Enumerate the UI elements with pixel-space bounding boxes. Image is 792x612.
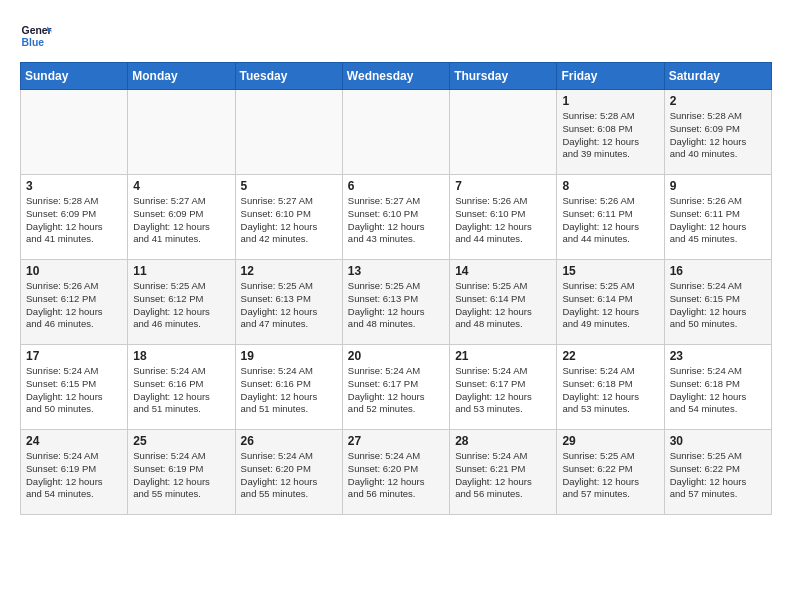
day-cell: 15Sunrise: 5:25 AM Sunset: 6:14 PM Dayli… [557,260,664,345]
day-number: 10 [26,264,122,278]
day-number: 27 [348,434,444,448]
day-info: Sunrise: 5:25 AM Sunset: 6:13 PM Dayligh… [348,280,444,331]
day-info: Sunrise: 5:25 AM Sunset: 6:12 PM Dayligh… [133,280,229,331]
day-cell: 13Sunrise: 5:25 AM Sunset: 6:13 PM Dayli… [342,260,449,345]
day-info: Sunrise: 5:24 AM Sunset: 6:20 PM Dayligh… [241,450,337,501]
day-info: Sunrise: 5:28 AM Sunset: 6:08 PM Dayligh… [562,110,658,161]
day-cell: 2Sunrise: 5:28 AM Sunset: 6:09 PM Daylig… [664,90,771,175]
day-info: Sunrise: 5:24 AM Sunset: 6:17 PM Dayligh… [348,365,444,416]
day-info: Sunrise: 5:26 AM Sunset: 6:11 PM Dayligh… [562,195,658,246]
day-cell: 25Sunrise: 5:24 AM Sunset: 6:19 PM Dayli… [128,430,235,515]
day-cell [21,90,128,175]
day-cell: 19Sunrise: 5:24 AM Sunset: 6:16 PM Dayli… [235,345,342,430]
day-info: Sunrise: 5:24 AM Sunset: 6:18 PM Dayligh… [562,365,658,416]
day-number: 13 [348,264,444,278]
day-info: Sunrise: 5:25 AM Sunset: 6:22 PM Dayligh… [670,450,766,501]
day-number: 28 [455,434,551,448]
day-number: 5 [241,179,337,193]
day-number: 14 [455,264,551,278]
day-cell: 12Sunrise: 5:25 AM Sunset: 6:13 PM Dayli… [235,260,342,345]
day-info: Sunrise: 5:25 AM Sunset: 6:13 PM Dayligh… [241,280,337,331]
day-info: Sunrise: 5:25 AM Sunset: 6:22 PM Dayligh… [562,450,658,501]
day-cell [128,90,235,175]
day-info: Sunrise: 5:24 AM Sunset: 6:19 PM Dayligh… [133,450,229,501]
day-number: 1 [562,94,658,108]
day-number: 26 [241,434,337,448]
week-row-3: 10Sunrise: 5:26 AM Sunset: 6:12 PM Dayli… [21,260,772,345]
day-number: 25 [133,434,229,448]
calendar-header-row: SundayMondayTuesdayWednesdayThursdayFrid… [21,63,772,90]
day-info: Sunrise: 5:27 AM Sunset: 6:10 PM Dayligh… [348,195,444,246]
day-cell [450,90,557,175]
day-info: Sunrise: 5:28 AM Sunset: 6:09 PM Dayligh… [26,195,122,246]
day-number: 17 [26,349,122,363]
svg-text:Blue: Blue [22,37,45,48]
day-info: Sunrise: 5:25 AM Sunset: 6:14 PM Dayligh… [562,280,658,331]
day-cell: 24Sunrise: 5:24 AM Sunset: 6:19 PM Dayli… [21,430,128,515]
week-row-4: 17Sunrise: 5:24 AM Sunset: 6:15 PM Dayli… [21,345,772,430]
day-info: Sunrise: 5:24 AM Sunset: 6:20 PM Dayligh… [348,450,444,501]
calendar-table: SundayMondayTuesdayWednesdayThursdayFrid… [20,62,772,515]
day-info: Sunrise: 5:27 AM Sunset: 6:10 PM Dayligh… [241,195,337,246]
day-cell: 3Sunrise: 5:28 AM Sunset: 6:09 PM Daylig… [21,175,128,260]
header-saturday: Saturday [664,63,771,90]
day-number: 24 [26,434,122,448]
day-cell: 29Sunrise: 5:25 AM Sunset: 6:22 PM Dayli… [557,430,664,515]
header-monday: Monday [128,63,235,90]
day-number: 2 [670,94,766,108]
day-cell: 10Sunrise: 5:26 AM Sunset: 6:12 PM Dayli… [21,260,128,345]
day-cell: 1Sunrise: 5:28 AM Sunset: 6:08 PM Daylig… [557,90,664,175]
day-cell: 21Sunrise: 5:24 AM Sunset: 6:17 PM Dayli… [450,345,557,430]
day-number: 19 [241,349,337,363]
day-number: 12 [241,264,337,278]
day-number: 20 [348,349,444,363]
logo: General Blue [20,20,52,52]
day-number: 15 [562,264,658,278]
day-info: Sunrise: 5:26 AM Sunset: 6:12 PM Dayligh… [26,280,122,331]
day-info: Sunrise: 5:24 AM Sunset: 6:21 PM Dayligh… [455,450,551,501]
logo-icon: General Blue [20,20,52,52]
day-info: Sunrise: 5:24 AM Sunset: 6:15 PM Dayligh… [670,280,766,331]
day-number: 9 [670,179,766,193]
week-row-1: 1Sunrise: 5:28 AM Sunset: 6:08 PM Daylig… [21,90,772,175]
day-cell: 30Sunrise: 5:25 AM Sunset: 6:22 PM Dayli… [664,430,771,515]
day-cell: 18Sunrise: 5:24 AM Sunset: 6:16 PM Dayli… [128,345,235,430]
day-cell: 9Sunrise: 5:26 AM Sunset: 6:11 PM Daylig… [664,175,771,260]
day-cell: 27Sunrise: 5:24 AM Sunset: 6:20 PM Dayli… [342,430,449,515]
day-cell: 5Sunrise: 5:27 AM Sunset: 6:10 PM Daylig… [235,175,342,260]
day-cell: 14Sunrise: 5:25 AM Sunset: 6:14 PM Dayli… [450,260,557,345]
day-number: 7 [455,179,551,193]
week-row-2: 3Sunrise: 5:28 AM Sunset: 6:09 PM Daylig… [21,175,772,260]
day-info: Sunrise: 5:26 AM Sunset: 6:10 PM Dayligh… [455,195,551,246]
day-cell: 22Sunrise: 5:24 AM Sunset: 6:18 PM Dayli… [557,345,664,430]
header-wednesday: Wednesday [342,63,449,90]
day-number: 11 [133,264,229,278]
day-number: 4 [133,179,229,193]
day-info: Sunrise: 5:24 AM Sunset: 6:19 PM Dayligh… [26,450,122,501]
week-row-5: 24Sunrise: 5:24 AM Sunset: 6:19 PM Dayli… [21,430,772,515]
day-number: 30 [670,434,766,448]
day-info: Sunrise: 5:24 AM Sunset: 6:15 PM Dayligh… [26,365,122,416]
page-header: General Blue [20,20,772,52]
day-cell: 7Sunrise: 5:26 AM Sunset: 6:10 PM Daylig… [450,175,557,260]
day-number: 21 [455,349,551,363]
day-info: Sunrise: 5:24 AM Sunset: 6:18 PM Dayligh… [670,365,766,416]
day-number: 16 [670,264,766,278]
day-number: 22 [562,349,658,363]
day-number: 6 [348,179,444,193]
header-tuesday: Tuesday [235,63,342,90]
day-cell [235,90,342,175]
day-cell: 4Sunrise: 5:27 AM Sunset: 6:09 PM Daylig… [128,175,235,260]
day-info: Sunrise: 5:27 AM Sunset: 6:09 PM Dayligh… [133,195,229,246]
day-cell: 6Sunrise: 5:27 AM Sunset: 6:10 PM Daylig… [342,175,449,260]
day-cell [342,90,449,175]
day-number: 18 [133,349,229,363]
day-cell: 26Sunrise: 5:24 AM Sunset: 6:20 PM Dayli… [235,430,342,515]
day-info: Sunrise: 5:28 AM Sunset: 6:09 PM Dayligh… [670,110,766,161]
day-number: 29 [562,434,658,448]
day-cell: 20Sunrise: 5:24 AM Sunset: 6:17 PM Dayli… [342,345,449,430]
header-sunday: Sunday [21,63,128,90]
day-cell: 8Sunrise: 5:26 AM Sunset: 6:11 PM Daylig… [557,175,664,260]
day-number: 3 [26,179,122,193]
day-cell: 16Sunrise: 5:24 AM Sunset: 6:15 PM Dayli… [664,260,771,345]
